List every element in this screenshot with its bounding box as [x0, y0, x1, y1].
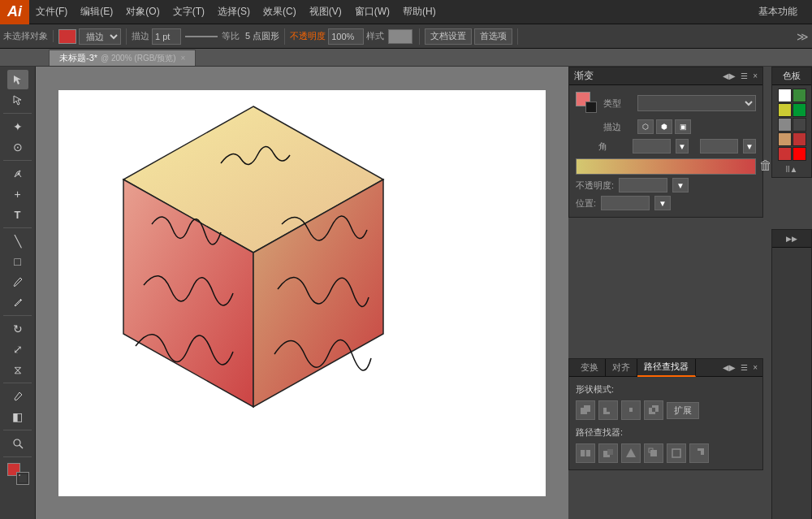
swatch-white[interactable]: [778, 89, 792, 102]
magic-wand-tool[interactable]: ✦: [7, 117, 28, 136]
zoom-tool[interactable]: [7, 434, 28, 453]
gradient-panel-close[interactable]: ×: [753, 71, 758, 80]
swatch-yellow[interactable]: [778, 103, 792, 117]
pathfinder-close-btn[interactable]: ×: [753, 363, 758, 372]
add-anchor-tool[interactable]: +: [7, 184, 28, 204]
stroke-opt-1[interactable]: ⬡: [637, 119, 654, 134]
stroke-swatch[interactable]: [17, 473, 28, 484]
pathfinder-menu-btn[interactable]: ☰: [741, 363, 748, 372]
opacity-dropdown[interactable]: ▼: [672, 178, 689, 192]
gradient-panel-body: 类型 描边 ⬡ ⬢ ▣: [569, 85, 762, 217]
menu-select[interactable]: 选择(S): [211, 0, 257, 24]
menu-help[interactable]: 帮助(H): [396, 0, 443, 24]
panel-expand-icon[interactable]: ▶▶: [786, 235, 797, 243]
gradient-type-select[interactable]: [637, 95, 756, 111]
tab-align[interactable]: 对齐: [606, 359, 637, 377]
workspace-label[interactable]: 基本功能: [750, 0, 806, 24]
angle-dropdown[interactable]: ▼: [676, 139, 689, 154]
eyedropper-tool[interactable]: [7, 387, 28, 406]
swatch-tan[interactable]: [778, 132, 792, 146]
menu-text[interactable]: 文字(T): [166, 0, 211, 24]
document-tab[interactable]: 未标题-3* @ 200% (RGB/预览) ×: [49, 50, 196, 66]
preferences-btn[interactable]: 首选项: [474, 28, 512, 45]
toolbar-right: ≫: [797, 30, 809, 43]
exclude-btn[interactable]: [644, 400, 663, 420]
outline-btn[interactable]: [667, 443, 686, 463]
tab-title: 未标题-3*: [59, 52, 97, 64]
style-label: 样式: [366, 30, 384, 42]
swatch-red[interactable]: [778, 147, 792, 161]
scale-tool[interactable]: ⤢: [7, 340, 28, 359]
menu-effects[interactable]: 效果(C): [257, 0, 303, 24]
menu-view[interactable]: 视图(V): [303, 0, 348, 24]
angle-value[interactable]: [700, 139, 738, 154]
second-panel-header: ▶▶: [772, 230, 811, 248]
opacity-value-input[interactable]: [619, 178, 667, 192]
line-tool[interactable]: ╲: [7, 231, 28, 251]
minus-back-btn[interactable]: [689, 443, 709, 463]
direct-select-tool[interactable]: [7, 90, 28, 110]
trim-btn[interactable]: [598, 443, 618, 463]
canvas-background: [36, 67, 568, 519]
angle-input[interactable]: [633, 139, 671, 154]
position-dropdown[interactable]: ▼: [654, 196, 671, 210]
menu-edit[interactable]: 编辑(E): [74, 0, 119, 24]
lasso-tool[interactable]: ⊙: [7, 137, 28, 157]
menu-window[interactable]: 窗口(W): [348, 0, 396, 24]
delete-stop-btn[interactable]: 🗑: [759, 158, 772, 173]
expand-btn[interactable]: 扩展: [667, 402, 699, 419]
swatch-darkgray[interactable]: [793, 118, 806, 132]
toolbar-extra-btn[interactable]: ≫: [797, 30, 809, 43]
menu-right: 基本功能: [750, 0, 812, 24]
gradient-panel-expand[interactable]: ◀▶: [723, 71, 736, 80]
stroke-size-input[interactable]: [152, 28, 181, 45]
merge-btn[interactable]: [621, 443, 641, 463]
gradient-stroke-row: 描边 ⬡ ⬢ ▣: [576, 119, 756, 134]
gradient-tool[interactable]: ◧: [7, 407, 28, 426]
brush-tool[interactable]: [7, 272, 28, 292]
text-tool[interactable]: T: [7, 205, 28, 224]
pathfinder-label: 路径查找器:: [576, 426, 756, 439]
tab-close-btn[interactable]: ×: [180, 54, 185, 63]
swatch-darkgreen[interactable]: [793, 89, 806, 102]
tab-transform[interactable]: 变换: [574, 359, 606, 377]
position-value-input[interactable]: [601, 196, 650, 210]
doc-settings-btn[interactable]: 文档设置: [425, 28, 472, 45]
pathfinder-expand-btn[interactable]: ◀▶: [723, 363, 736, 372]
select-tool[interactable]: [7, 70, 28, 89]
fill-color[interactable]: [58, 29, 76, 44]
menu-file[interactable]: 文件(F): [29, 0, 74, 24]
rotate-tool[interactable]: ↻: [7, 319, 28, 339]
svg-line-2: [19, 445, 23, 448]
gradient-opacity-row: 不透明度: ▼: [576, 178, 756, 192]
gradient-color-swatch[interactable]: [576, 92, 598, 115]
blend-tool[interactable]: ⧖: [7, 360, 28, 379]
pen-tool[interactable]: [7, 164, 28, 184]
opacity-input[interactable]: [328, 28, 364, 45]
tool-divider-6: [3, 430, 31, 430]
menu-object[interactable]: 对象(O): [119, 0, 166, 24]
divide-btn[interactable]: [576, 443, 595, 463]
crop-btn[interactable]: [644, 443, 663, 463]
swatch-brightred[interactable]: [793, 147, 806, 161]
swatch-background[interactable]: [585, 102, 597, 113]
gradient-panel-menu[interactable]: ☰: [741, 71, 748, 80]
intersect-btn[interactable]: [621, 400, 641, 420]
swatch-gray[interactable]: [778, 118, 792, 132]
stroke-opt-2[interactable]: ⬢: [656, 119, 672, 134]
pencil-tool[interactable]: [7, 292, 28, 312]
swatch-darkred[interactable]: [793, 132, 806, 146]
tab-pathfinder[interactable]: 路径查找器: [637, 359, 696, 377]
canvas-area[interactable]: [36, 67, 568, 519]
angle-val-dropdown[interactable]: ▼: [743, 139, 756, 154]
swatch-green[interactable]: [793, 103, 806, 117]
color-panel-more[interactable]: Il▲: [786, 165, 798, 174]
gradient-bar[interactable]: [576, 158, 756, 175]
stroke-select[interactable]: 描边: [79, 28, 121, 45]
stroke-opt-3[interactable]: ▣: [675, 119, 691, 134]
tool-divider-2: [3, 160, 31, 161]
tool-divider-7: [3, 456, 31, 457]
unite-btn[interactable]: [576, 400, 595, 420]
rect-tool[interactable]: □: [7, 252, 28, 271]
minus-front-btn[interactable]: [598, 400, 618, 420]
